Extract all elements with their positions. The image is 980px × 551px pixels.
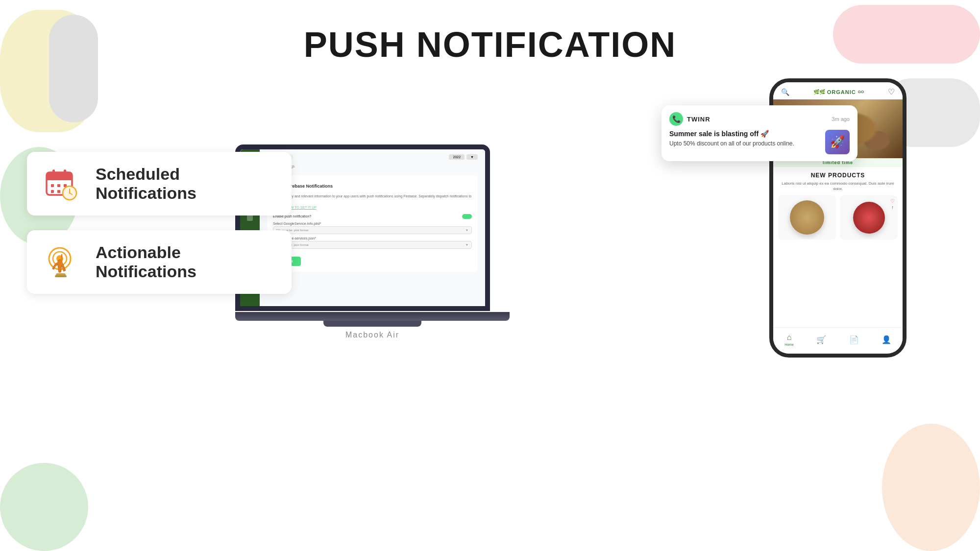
phone-wishlist-icon[interactable]: ♡ — [888, 87, 895, 96]
toast-image: 🚀 — [825, 130, 850, 154]
push-notification-toggle[interactable] — [462, 214, 472, 219]
phone-product-1[interactable] — [778, 195, 836, 240]
phone-top-bar: 🔍 🌿🌿 ORGANIC GO ♡ — [773, 82, 903, 99]
svg-rect-20 — [55, 275, 67, 277]
phone-mockup: 🔍 🌿🌿 ORGANIC GO ♡ limited time NEW PRODU… — [769, 78, 916, 362]
svg-rect-9 — [57, 190, 60, 193]
svg-point-15 — [69, 192, 71, 194]
form-select1-field[interactable]: File must be .plist format ▼ — [273, 226, 472, 234]
phone-nav-user[interactable]: 👤 — [882, 335, 891, 344]
phone-brand-suffix: GO — [858, 90, 864, 94]
form-toggle-row: Enable push notification? — [273, 214, 472, 219]
laptop-stand — [323, 321, 421, 327]
firebase-title: Firebase Notifications — [287, 184, 333, 189]
product-bowl-red — [853, 202, 885, 234]
scheduled-notifications-label: Scheduled Notifications — [96, 165, 277, 203]
toast-sender-name: TWINR — [687, 116, 710, 123]
phone-nav-shop[interactable]: 🛒 — [816, 335, 826, 344]
product-share-icon[interactable]: ↑ — [891, 205, 894, 210]
form-select1-label: Select GoogleService-Info.plist* — [273, 222, 472, 225]
phone-brand-logo: 🌿🌿 ORGANIC GO — [813, 89, 864, 95]
laptop-btn-1[interactable]: 2022 — [449, 154, 465, 160]
blob-mint-bottom — [0, 463, 88, 551]
phone-brand-name: ORGANIC — [827, 89, 856, 95]
laptop-top-bar: e-commerce 2022 ▼ — [267, 154, 478, 160]
actionable-notifications-label: Actionable Notifications — [96, 243, 277, 281]
product-heart-icon[interactable]: ♡ — [890, 198, 895, 204]
actionable-notifications-card[interactable]: Actionable Notifications — [27, 230, 292, 294]
phone-nav-document[interactable]: 📄 — [849, 335, 859, 344]
calendar-icon — [42, 164, 81, 203]
toast-content: Summer sale is blasting off 🚀 Upto 50% d… — [669, 130, 820, 148]
toast-header: 📞 TWINR 3m ago — [669, 112, 850, 126]
form-select1-row: Select GoogleService-Info.plist* File mu… — [273, 222, 472, 234]
svg-rect-6 — [57, 184, 60, 187]
toast-sender: 📞 TWINR — [669, 112, 710, 126]
toast-sender-emoji: 📞 — [672, 115, 681, 123]
laptop-form-section: Firebase Notifications Deliver timely an… — [267, 175, 478, 272]
pointer-icon — [42, 242, 81, 282]
laptop-nav-tabs: ◀ Settings — [267, 164, 478, 170]
home-nav-icon: ⌂ — [787, 333, 792, 342]
laptop-main-content: e-commerce 2022 ▼ ◀ Settings Firebase No… — [260, 149, 485, 306]
toast-time: 3m ago — [832, 116, 850, 122]
toast-image-icon: 🚀 — [830, 135, 845, 149]
home-nav-label: Home — [784, 343, 794, 346]
scheduled-notifications-card[interactable]: Scheduled Notifications — [27, 152, 292, 216]
phone-nav-home[interactable]: ⌂ Home — [784, 333, 794, 346]
firebase-learn-link[interactable]: LEARN HOW TO SET IT UP — [273, 206, 472, 209]
svg-rect-4 — [64, 169, 66, 176]
shop-nav-icon: 🛒 — [816, 335, 826, 344]
phone-products-grid: ♡ ↑ — [773, 195, 903, 240]
phone-section-title: NEW PRODUCTS — [773, 172, 903, 179]
cards-container: Scheduled Notifications Actionable Notif… — [27, 152, 292, 294]
laptop-label: Macbook Air — [235, 331, 510, 339]
laptop-btn-2[interactable]: ▼ — [466, 154, 478, 160]
svg-rect-2 — [47, 177, 72, 180]
form-select1-arrow: ▼ — [466, 229, 468, 232]
firebase-header: Firebase Notifications — [273, 181, 472, 191]
submit-btn-wrapper: Submit — [273, 253, 472, 266]
blob-peach-right — [882, 424, 980, 551]
document-nav-icon: 📄 — [849, 335, 859, 344]
laptop-top-right: 2022 ▼ — [449, 154, 478, 160]
phone-product-icons: ♡ ↑ — [890, 198, 895, 210]
form-select2-field[interactable]: File must be .json format ▼ — [273, 241, 472, 249]
svg-rect-5 — [51, 184, 54, 187]
phone-bottom-nav: ⌂ Home 🛒 📄 👤 — [773, 327, 903, 354]
phone-search-icon[interactable]: 🔍 — [781, 88, 789, 96]
laptop-base — [235, 312, 510, 321]
toast-sender-icon: 📞 — [669, 112, 683, 126]
page-title: PUSH NOTIFICATION — [0, 24, 980, 65]
svg-rect-3 — [52, 169, 55, 176]
firebase-desc: Deliver timely and relevant information … — [273, 194, 472, 204]
phone-section-desc: Laboris nisi ut aliquip ex ea commodo co… — [773, 181, 903, 192]
user-nav-icon: 👤 — [882, 335, 891, 344]
form-select2-row: Select google-services.json* File must b… — [273, 237, 472, 249]
product-bowl-grain — [790, 200, 824, 235]
toast-body: Summer sale is blasting off 🚀 Upto 50% d… — [669, 130, 850, 154]
form-select2-arrow: ▼ — [466, 243, 468, 246]
notification-toast: 📞 TWINR 3m ago Summer sale is blasting o… — [662, 105, 858, 161]
toast-title: Summer sale is blasting off 🚀 — [669, 130, 820, 138]
svg-rect-8 — [51, 190, 54, 193]
toast-message: Upto 50% discount on all of our products… — [669, 140, 820, 148]
phone-product-2[interactable]: ♡ ↑ — [840, 195, 898, 240]
form-select2-label: Select google-services.json* — [273, 237, 472, 240]
